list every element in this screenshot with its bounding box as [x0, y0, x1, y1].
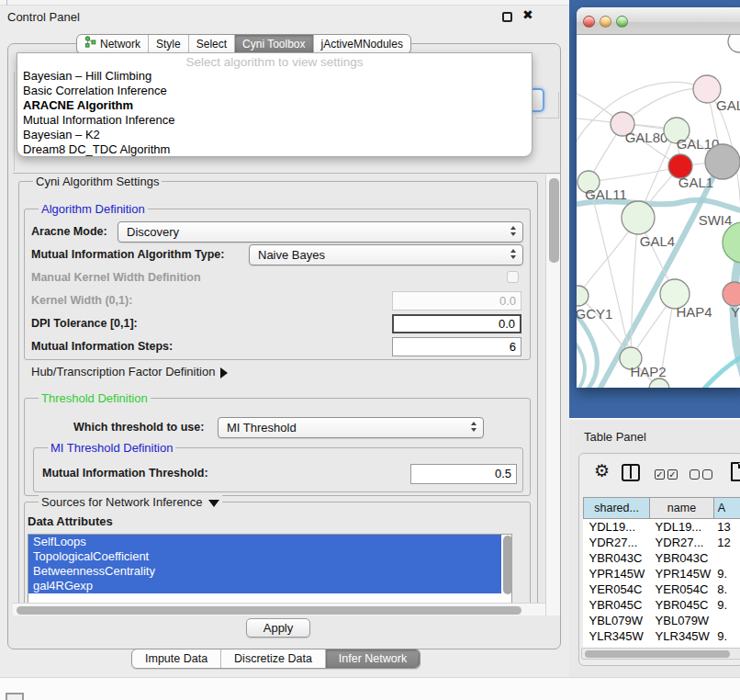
document-icon[interactable] [731, 462, 740, 481]
table-cell[interactable]: YER054C [584, 581, 650, 597]
algorithm-option-aracne-algorithm[interactable]: ARACNE Algorithm [20, 98, 529, 113]
table-cell[interactable]: 9. [713, 566, 740, 581]
cyni-settings-scrollpane: Cyni Algorithm Settings Algorithm Defini… [13, 175, 545, 603]
attribute-item-gal4rgexp[interactable]: gal4RGexp [28, 579, 501, 593]
table-cell[interactable] [713, 550, 740, 566]
node-attribute-table[interactable]: shared...nameA YDL19...YDL19...13YDR27..… [583, 497, 740, 660]
which-threshold-combo[interactable]: MI Threshold [218, 417, 484, 438]
table-cell[interactable]: 8. [713, 581, 740, 597]
table-cell[interactable]: 9. [713, 628, 740, 644]
sources-toggle[interactable]: Sources for Network Inference [39, 495, 222, 509]
network-node-unlabeled[interactable] [705, 144, 740, 179]
columns-icon[interactable] [622, 464, 640, 481]
attribute-item-betweennesscentrality[interactable]: BetweennessCentrality [28, 564, 501, 579]
tab-impute-data[interactable]: Impute Data [132, 649, 221, 668]
table-cell[interactable]: YLR345W [650, 628, 714, 644]
table-cell[interactable]: 9. [713, 597, 740, 613]
table-cell[interactable]: YLR345W [584, 628, 650, 644]
network-window-titlebar[interactable] [577, 7, 740, 35]
hub-definition-toggle[interactable]: Hub/Transcription Factor Definition [31, 366, 228, 378]
panel-toggle-icon[interactable] [6, 693, 24, 700]
table-cell[interactable]: YDL19... [584, 519, 650, 535]
dpi-tolerance-field[interactable]: 0.0 [392, 314, 521, 333]
float-panel-icon[interactable] [502, 12, 512, 22]
table-row[interactable]: YDL19...YDL19...13 [584, 519, 740, 535]
settings-vertical-scrollbar[interactable] [545, 175, 560, 615]
tab-infer-network[interactable]: Infer Network [326, 649, 420, 668]
scrollbar-thumb[interactable] [585, 650, 730, 658]
tab-network[interactable]: Network [77, 35, 149, 53]
table-cell[interactable]: YBL079W [584, 613, 650, 628]
attribute-item-selfloops[interactable]: SelfLoops [28, 535, 501, 549]
window-close-icon[interactable] [583, 16, 595, 28]
network-node-gal4[interactable] [622, 201, 655, 234]
scrollbar-thumb[interactable] [549, 178, 559, 263]
table-cell[interactable]: YBR043C [584, 550, 650, 566]
table-row[interactable]: YDR27...YDR27...12 [584, 535, 740, 550]
algorithm-option-dream8-dc-tdc-algorithm[interactable]: Dream8 DC_TDC Algorithm [20, 142, 529, 157]
algorithm-option-basic-correlation-inference[interactable]: Basic Correlation Inference [20, 84, 529, 98]
node-label-hap4: HAP4 [676, 304, 712, 320]
kernel-width-field[interactable]: 0.0 [392, 291, 521, 310]
network-node-gcy1[interactable] [577, 286, 589, 306]
mi-steps-field[interactable]: 6 [392, 337, 521, 356]
scrollbar-thumb[interactable] [17, 606, 521, 615]
table-cell[interactable]: 12 [713, 535, 740, 550]
algorithm-option-bayesian-hill-climbing[interactable]: Bayesian – Hill Climbing [20, 69, 529, 84]
table-cell[interactable]: YDL19... [650, 519, 714, 535]
tab-jactivemnodules[interactable]: jActiveMNodules [314, 35, 410, 53]
table-horizontal-scrollbar[interactable] [581, 648, 740, 660]
table-cell[interactable]: YDR27... [650, 535, 714, 550]
table-row[interactable]: YER054CYER054C8. [584, 581, 740, 597]
close-icon[interactable]: ✖ [522, 7, 533, 22]
tab-style-label: Style [156, 34, 181, 54]
network-node-unlabeled[interactable] [649, 378, 669, 388]
table-row[interactable]: YLR345WYLR345W9. [584, 628, 740, 644]
aracne-mode-combo[interactable]: Discovery [118, 221, 523, 243]
table-cell[interactable]: YBL079W [650, 613, 714, 628]
select-all-icon[interactable]: ✓ [667, 469, 678, 480]
table-cell[interactable]: YPR145W [584, 566, 650, 581]
manual-kernel-width-checkbox[interactable] [507, 271, 519, 283]
table-row[interactable]: YBR045CYBR045C9. [584, 597, 740, 613]
tab-cyni-toolbox[interactable]: Cyni Toolbox [235, 35, 313, 53]
column-header-shared[interactable]: shared... [584, 498, 650, 519]
network-node-swi4[interactable] [723, 222, 740, 263]
select-all-icon[interactable]: ✓ [655, 469, 665, 480]
table-cell[interactable]: 13 [713, 519, 740, 535]
mi-threshold-definition-title: MI Threshold Definition [48, 441, 175, 455]
algorithm-option-mutual-information-inference[interactable]: Mutual Information Inference [20, 113, 529, 128]
window-zoom-icon[interactable] [616, 16, 628, 28]
network-node-y[interactable] [723, 282, 740, 306]
algorithm-option-bayesian-k2[interactable]: Bayesian – K2 [20, 128, 529, 142]
network-canvas[interactable]: GALGAL80GAL10GAL1GAL11GAL4SWI4GCY1HAP4YH… [577, 35, 740, 388]
top-splitter[interactable] [0, 0, 569, 6]
apply-button[interactable]: Apply [246, 618, 310, 638]
column-header-name[interactable]: name [650, 498, 714, 519]
gear-icon[interactable]: ⚙ [594, 460, 610, 482]
network-node-unlabeled[interactable] [728, 35, 740, 52]
mi-threshold-field[interactable]: 0.5 [410, 464, 517, 484]
table-cell[interactable]: YBR045C [650, 597, 714, 613]
tab-select[interactable]: Select [189, 35, 235, 53]
table-cell[interactable] [713, 613, 740, 628]
window-minimize-icon[interactable] [600, 16, 611, 28]
tab-style[interactable]: Style [149, 35, 189, 53]
mi-algorithm-type-combo[interactable]: Naive Bayes [249, 244, 523, 265]
table-row[interactable]: YPR145WYPR145W9. [584, 566, 740, 581]
table-cell[interactable]: YBR043C [650, 550, 714, 566]
column-header-a[interactable]: A [713, 498, 740, 519]
deselect-all-icon[interactable] [690, 469, 700, 480]
list-scrollbar-thumb[interactable] [503, 536, 512, 594]
settings-horizontal-scrollbar[interactable] [13, 603, 545, 615]
table-cell[interactable]: YPR145W [650, 566, 714, 581]
table-cell[interactable]: YER054C [650, 581, 714, 597]
threshold-definition-title: Threshold Definition [39, 391, 151, 405]
table-row[interactable]: YBL079WYBL079W [584, 613, 740, 628]
deselect-all-icon[interactable] [702, 469, 712, 480]
attribute-item-topologicalcoefficient[interactable]: TopologicalCoefficient [28, 549, 501, 564]
table-cell[interactable]: YDR27... [584, 535, 650, 550]
tab-discretize-data[interactable]: Discretize Data [221, 649, 326, 668]
table-row[interactable]: YBR043CYBR043C [584, 550, 740, 566]
table-cell[interactable]: YBR045C [584, 597, 650, 613]
